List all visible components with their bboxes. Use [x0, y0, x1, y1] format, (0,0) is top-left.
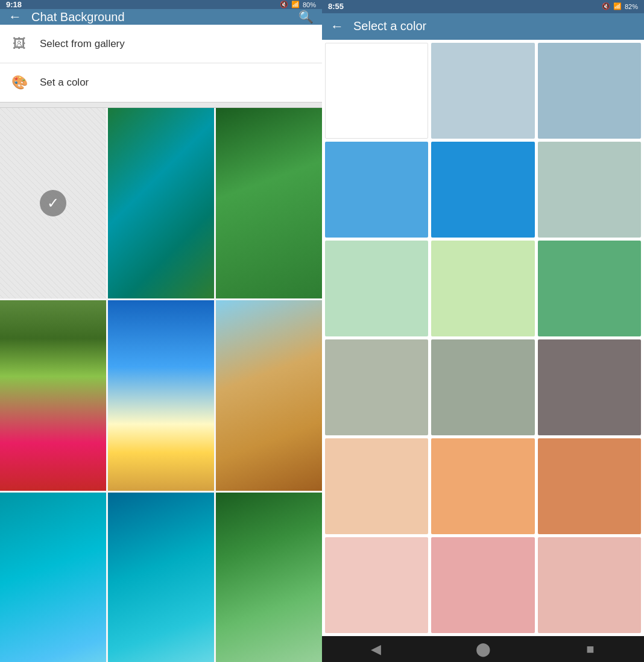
color-gray-warm[interactable] — [325, 339, 428, 435]
right-back-button[interactable]: ← — [330, 19, 344, 34]
wallpaper-jungle[interactable] — [216, 493, 322, 662]
wallpaper-ocean[interactable] — [0, 493, 106, 662]
color-gray-dark[interactable] — [538, 339, 641, 435]
color-orange-medium[interactable] — [538, 438, 641, 534]
battery-label: 80% — [303, 1, 316, 8]
color-peach-light[interactable] — [325, 438, 428, 534]
color-grid — [322, 40, 644, 636]
color-light-blue-2[interactable] — [538, 43, 641, 139]
gallery-menu-item[interactable]: 🖼 Select from gallery — [0, 25, 322, 63]
wifi-icon: 📶 — [291, 1, 300, 8]
color-pink-light[interactable] — [538, 537, 641, 633]
color-blue-muted[interactable] — [538, 142, 641, 238]
right-back-nav-button[interactable]: ◀ — [358, 637, 394, 661]
right-status-icons: 🔇 📶 82% — [602, 2, 638, 10]
right-title: Select a color — [353, 19, 636, 33]
right-home-nav-button[interactable]: ⬤ — [465, 637, 501, 661]
right-wifi-icon: 📶 — [613, 2, 622, 10]
left-panel: 9:18 🔇 📶 80% ← Chat Background 🔍 🖼 Selec… — [0, 0, 322, 662]
mute-icon: 🔇 — [280, 1, 288, 8]
left-back-button[interactable]: ← — [8, 9, 22, 25]
color-blue-light[interactable] — [325, 142, 428, 238]
check-icon: ✓ — [47, 195, 59, 212]
right-time: 8:55 — [328, 2, 344, 11]
left-app-bar: ← Chat Background 🔍 — [0, 9, 322, 25]
right-battery-label: 82% — [625, 3, 638, 10]
color-icon: 🎨 — [11, 74, 28, 91]
color-gray-medium[interactable] — [431, 339, 534, 435]
color-light-blue-1[interactable] — [431, 43, 534, 139]
left-time: 9:18 — [6, 0, 22, 9]
color-pink-medium[interactable] — [431, 537, 534, 633]
wallpaper-lighthouse[interactable] — [108, 300, 214, 491]
color-pink-pale[interactable] — [325, 537, 428, 633]
color-green-light[interactable] — [431, 241, 534, 336]
right-status-bar: 8:55 🔇 📶 82% — [322, 0, 644, 13]
left-status-bar: 9:18 🔇 📶 80% — [0, 0, 322, 9]
color-orange-light[interactable] — [431, 438, 534, 534]
wallpaper-paris[interactable] — [0, 300, 106, 491]
menu-section: 🖼 Select from gallery 🎨 Set a color — [0, 25, 322, 102]
color-menu-item[interactable]: 🎨 Set a color — [0, 63, 322, 102]
left-status-icons: 🔇 📶 80% — [280, 1, 316, 8]
wallpaper-sketch[interactable]: ✓ — [0, 108, 106, 298]
right-recent-nav-button[interactable]: ■ — [572, 637, 608, 661]
right-bottom-nav: ◀ ⬤ ■ — [322, 636, 644, 662]
color-blue-medium[interactable] — [431, 142, 534, 238]
color-white[interactable] — [325, 43, 428, 139]
search-icon[interactable]: 🔍 — [298, 10, 314, 24]
wallpaper-aerial[interactable] — [108, 108, 214, 298]
section-divider — [0, 102, 322, 108]
color-label: Set a color — [40, 77, 89, 89]
left-title: Chat Background — [31, 10, 289, 24]
right-mute-icon: 🔇 — [602, 2, 610, 10]
gallery-label: Select from gallery — [40, 38, 125, 50]
color-green-pale[interactable] — [325, 241, 428, 336]
wallpaper-grid: ✓ — [0, 108, 322, 662]
wallpaper-desert[interactable] — [216, 300, 322, 491]
wallpaper-leaf[interactable] — [216, 108, 322, 298]
wallpaper-pool[interactable] — [108, 493, 214, 662]
color-green-medium[interactable] — [538, 241, 641, 336]
right-panel: 8:55 🔇 📶 82% ← Select a color — [322, 0, 644, 662]
gallery-icon: 🖼 — [11, 36, 28, 52]
right-app-bar: ← Select a color — [322, 13, 644, 40]
selected-indicator: ✓ — [40, 190, 66, 216]
